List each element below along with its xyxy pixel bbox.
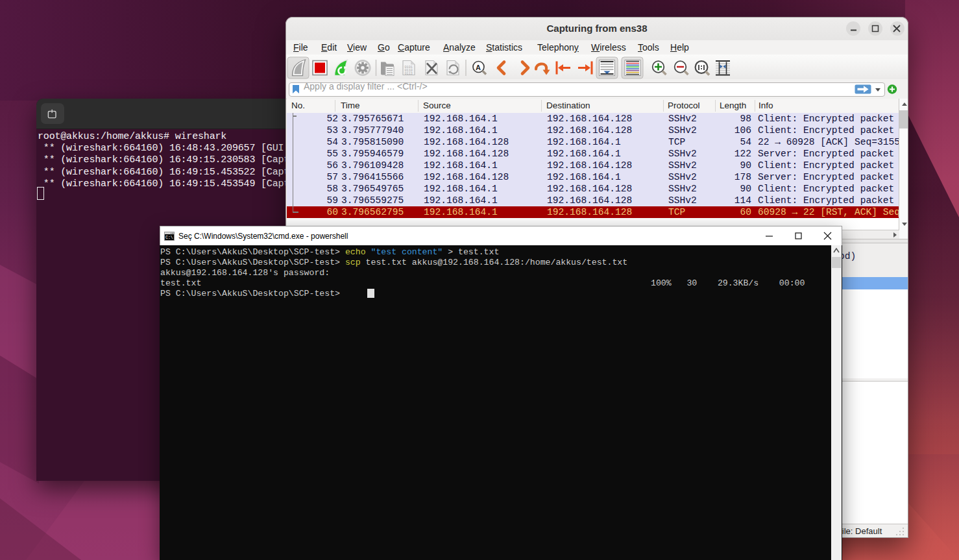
- svg-text:0113: 0113: [405, 72, 413, 76]
- svg-text:C:\: C:\: [165, 236, 173, 240]
- svg-text:A: A: [476, 64, 481, 71]
